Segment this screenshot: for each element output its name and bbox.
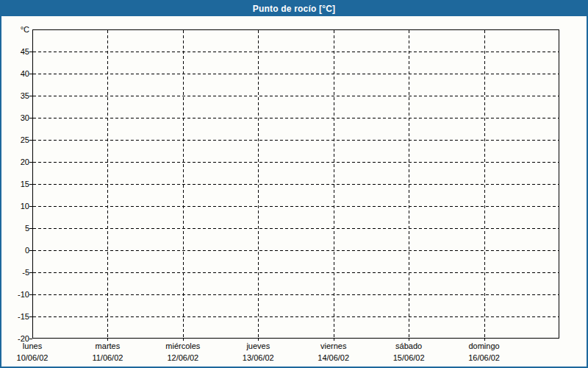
x-axis-date-label: 16/06/02 <box>444 353 525 363</box>
y-axis-tick <box>29 250 32 251</box>
y-axis-tick <box>29 162 32 163</box>
x-axis-day-label: martes <box>67 342 148 351</box>
y-axis-tick-label: 20 <box>3 157 29 167</box>
x-axis-date-label: 13/06/02 <box>218 353 298 363</box>
chart-title: Punto de rocío [°C] <box>1 1 587 16</box>
y-axis-unit-label: °C <box>3 24 29 35</box>
y-axis-tick-label: 5 <box>3 223 29 233</box>
y-axis-tick <box>29 52 32 52</box>
y-axis-tick <box>29 316 32 317</box>
x-axis-tick <box>107 338 108 341</box>
x-axis-date-label: 12/06/02 <box>143 353 223 363</box>
x-axis-day-label: miércoles <box>143 342 223 351</box>
y-axis-tick <box>29 140 32 141</box>
y-axis-tick-label: 0 <box>3 245 29 255</box>
y-gridline <box>33 74 559 74</box>
y-axis-tick-label: -5 <box>3 267 29 277</box>
y-axis-tick <box>29 228 32 229</box>
x-gridline <box>258 30 259 338</box>
x-axis-tick <box>409 338 409 341</box>
x-axis-day-label: lunes <box>0 342 73 351</box>
y-axis-tick <box>29 184 32 185</box>
x-gridline <box>107 30 108 338</box>
x-axis-tick <box>183 338 184 341</box>
x-gridline <box>183 30 184 338</box>
y-gridline <box>33 140 559 141</box>
y-gridline <box>33 294 559 295</box>
y-gridline <box>33 250 559 251</box>
y-gridline <box>33 228 559 229</box>
x-axis-day-label: sábado <box>368 342 449 351</box>
y-gridline <box>33 118 559 118</box>
plot-area <box>32 29 559 339</box>
y-axis-tick <box>29 74 32 74</box>
y-axis-tick <box>29 206 32 207</box>
y-axis-tick <box>29 294 32 295</box>
y-gridline <box>33 96 559 96</box>
x-axis-tick <box>334 338 334 341</box>
x-axis-date-label: 14/06/02 <box>293 353 374 363</box>
y-gridline <box>33 206 559 207</box>
x-axis-tick <box>258 338 259 341</box>
y-axis-tick <box>29 96 32 96</box>
y-axis-tick-label: 10 <box>3 201 29 211</box>
y-axis-tick-label: 40 <box>3 68 29 79</box>
x-axis-day-label: domingo <box>444 342 525 351</box>
y-axis-tick-label: 15 <box>3 179 29 189</box>
x-axis-day-label: jueves <box>218 342 298 351</box>
x-gridline <box>409 30 409 338</box>
y-axis-tick-label: 45 <box>3 46 29 57</box>
x-axis-day-label: viernes <box>293 342 374 351</box>
y-gridline <box>33 184 559 185</box>
x-axis-date-label: 10/06/02 <box>0 353 73 363</box>
y-axis-tick-label: 35 <box>3 91 29 101</box>
y-axis-tick <box>29 118 32 118</box>
y-gridline <box>33 316 559 317</box>
y-gridline <box>33 52 559 52</box>
y-axis-tick <box>29 339 32 339</box>
x-gridline <box>484 30 485 338</box>
x-gridline <box>334 30 334 338</box>
y-gridline <box>33 162 559 163</box>
y-axis-tick-label: 30 <box>3 113 29 123</box>
y-axis-tick <box>29 272 32 273</box>
x-axis-tick <box>484 338 485 341</box>
chart-window: Punto de rocío [°C] 454035302520151050-5… <box>0 0 588 368</box>
y-axis-tick-label: 25 <box>3 135 29 145</box>
x-axis-date-label: 15/06/02 <box>368 353 449 363</box>
y-axis-tick-label: -10 <box>3 289 29 300</box>
y-axis-tick-label: -15 <box>3 311 29 322</box>
x-axis-date-label: 11/06/02 <box>67 353 148 363</box>
y-gridline <box>33 272 559 273</box>
